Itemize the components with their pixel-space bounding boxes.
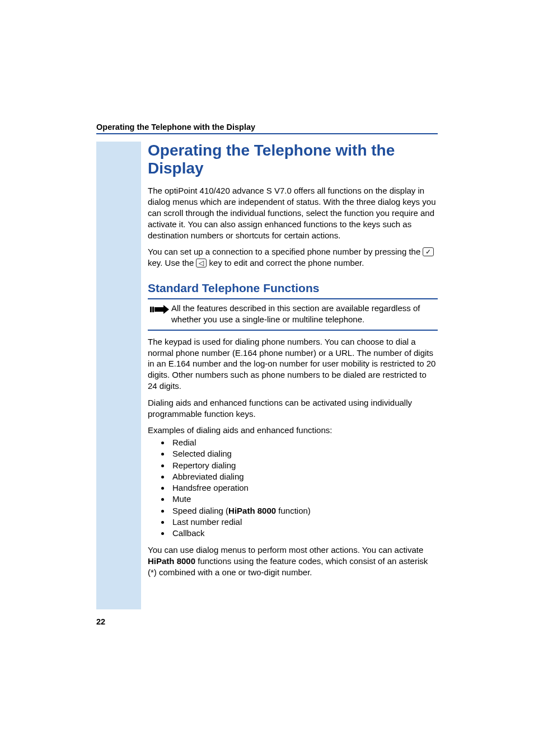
note-block: All the features described in this secti… bbox=[148, 298, 438, 331]
running-header: Operating the Telephone with the Display bbox=[96, 123, 438, 132]
list-item: Callback bbox=[170, 528, 438, 539]
closing-text-a: You can use dialog menus to perform most… bbox=[148, 545, 423, 555]
svg-rect-0 bbox=[150, 307, 152, 312]
setup-text-b: key. Use the bbox=[148, 258, 196, 267]
closing-paragraph: You can use dialog menus to perform most… bbox=[148, 544, 438, 577]
dialing-aids-paragraph: Dialing aids and enhanced functions can … bbox=[148, 397, 438, 420]
setup-text-c: key to edit and correct the phone number… bbox=[207, 258, 364, 267]
closing-bold: HiPath 8000 bbox=[148, 556, 195, 566]
note-arrow-icon bbox=[148, 303, 171, 315]
header-rule bbox=[96, 133, 438, 134]
list-item-bold: HiPath 8000 bbox=[228, 506, 276, 515]
heading-2: Standard Telephone Functions bbox=[148, 281, 438, 295]
list-item: Repertory dialing bbox=[170, 460, 438, 471]
ok-key-icon: ✓ bbox=[423, 247, 434, 256]
svg-marker-2 bbox=[154, 305, 169, 314]
list-item: Mute bbox=[170, 494, 438, 505]
heading-1: Operating the Telephone with the Display bbox=[148, 142, 438, 177]
setup-text-a: You can set up a connection to a specifi… bbox=[148, 247, 423, 256]
list-item: Redial bbox=[170, 437, 438, 448]
svg-rect-1 bbox=[152, 307, 154, 312]
list-item: Speed dialing (HiPath 8000 function) bbox=[170, 505, 438, 516]
setup-connection-paragraph: You can set up a connection to a specifi… bbox=[148, 246, 438, 269]
list-item: Selected dialing bbox=[170, 448, 438, 459]
list-item-pre: Speed dialing ( bbox=[172, 506, 228, 515]
examples-list: Redial Selected dialing Repertory dialin… bbox=[148, 437, 438, 539]
list-item: Handsfree operation bbox=[170, 482, 438, 494]
note-text: All the features described in this secti… bbox=[171, 303, 438, 325]
keypad-paragraph: The keypad is used for dialing phone num… bbox=[148, 336, 438, 392]
list-item: Last number redial bbox=[170, 516, 438, 528]
list-item: Abbreviated dialing bbox=[170, 471, 438, 482]
back-key-icon: ◁ bbox=[196, 259, 207, 267]
left-margin-bar bbox=[96, 142, 141, 609]
examples-intro: Examples of dialing aids and enhanced fu… bbox=[148, 425, 438, 436]
intro-paragraph: The optiPoint 410/420 advance S V7.0 off… bbox=[148, 185, 438, 241]
list-item-post: function) bbox=[276, 506, 311, 515]
page-number: 22 bbox=[96, 617, 105, 626]
